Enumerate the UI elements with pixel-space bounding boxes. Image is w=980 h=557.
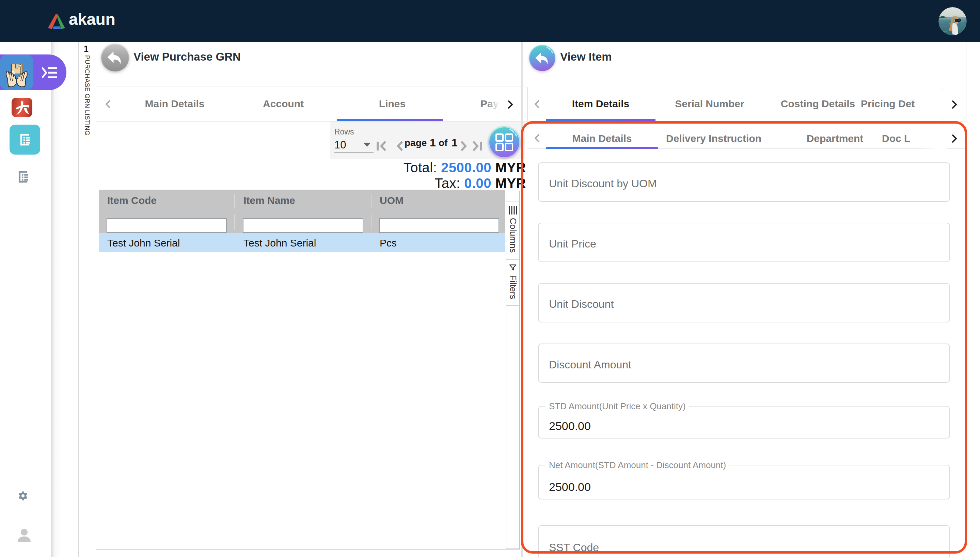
tab-item-details[interactable]: Item Details (572, 98, 629, 110)
tax-amount: Tax: 0.00 MYR (435, 176, 526, 191)
right-tabs-next-icon[interactable] (949, 100, 959, 109)
left-panel-bottom-border (96, 549, 520, 550)
page-total: 1 (451, 137, 457, 149)
tab-account[interactable]: Account (263, 98, 304, 110)
app-bar (0, 0, 980, 42)
of-word: of (439, 138, 448, 148)
left-tab-indicator (337, 119, 443, 121)
annotation-highlight (521, 121, 967, 554)
cell-item-name[interactable]: Test John Serial (243, 237, 316, 249)
module-tab-label[interactable]: PURCHASE GRN LISTING (83, 55, 91, 135)
sidebar-profile[interactable] (17, 528, 31, 543)
col-header-item-code[interactable]: Item Code (107, 195, 156, 206)
sidebar-item-purchase-module[interactable] (0, 55, 33, 90)
tab-main-details[interactable]: Main Details (145, 98, 204, 110)
sidebar-shadow (51, 42, 61, 557)
sidebar-settings[interactable] (18, 490, 28, 503)
col-divider-2 (371, 194, 371, 208)
module-tab-left-border (78, 42, 79, 557)
user-avatar[interactable] (938, 7, 967, 36)
left-header-divider (96, 86, 527, 86)
indent-icon (42, 67, 57, 78)
tax-label: Tax: (435, 176, 460, 191)
page-current: 1 (430, 137, 436, 149)
filters-label: Filters (508, 275, 518, 299)
tab-costing-details[interactable]: Costing Details (781, 98, 855, 110)
columns-label: Columns (508, 218, 518, 253)
total-value: 2500.00 (441, 160, 492, 175)
filter-input-item-code[interactable] (107, 218, 227, 233)
sidebar (0, 42, 51, 557)
table-header (99, 190, 505, 211)
cell-item-code[interactable]: Test John Serial (107, 237, 180, 249)
right-tabs-prev-icon[interactable] (532, 99, 542, 109)
rows-select-caret-icon[interactable] (363, 143, 371, 147)
rows-label: Rows (334, 127, 354, 137)
hands-holding-box-icon (3, 58, 31, 87)
gear-icon (18, 490, 28, 501)
strip-spacer (506, 191, 519, 202)
form-list-icon (20, 134, 29, 146)
page-word: page (405, 138, 427, 148)
filter-input-item-name[interactable] (243, 218, 363, 233)
col-header-item-name[interactable]: Item Name (243, 195, 295, 206)
left-tabbar-right-border (527, 87, 528, 121)
filter-input-uom[interactable] (379, 218, 499, 233)
left-tabs-fade (486, 91, 505, 117)
akaun-logo[interactable]: akaun (47, 10, 115, 32)
grid-button-shine (488, 126, 520, 158)
prev-page-icon[interactable] (396, 141, 404, 151)
left-tabs-next-icon[interactable] (505, 100, 515, 109)
person-icon (17, 528, 31, 542)
cell-uom[interactable]: Pcs (380, 237, 397, 249)
tab-serial-number[interactable]: Serial Number (675, 98, 744, 110)
total-label: Total: (404, 160, 437, 175)
filters-tool[interactable]: Filters (506, 260, 519, 306)
back-button-left[interactable] (101, 44, 129, 72)
total-amount: Total: 2500.00 MYR (404, 160, 526, 175)
col-header-uom[interactable]: UOM (380, 195, 404, 206)
module-tab-right-border (96, 42, 96, 557)
back-arrow-icon (107, 50, 124, 65)
sidebar-item-listing[interactable] (18, 171, 28, 184)
form-list-icon-gray (18, 171, 28, 183)
col-divider-1 (234, 194, 235, 208)
sidebar-item-listing-active[interactable] (10, 125, 40, 155)
module-tab-index: 1 (84, 44, 94, 54)
button-shine (529, 45, 555, 71)
tax-value: 0.00 (464, 176, 492, 191)
left-panel-title: View Purchase GRN (133, 50, 241, 64)
right-tabs-fade (920, 91, 947, 117)
col-divider-3 (234, 215, 235, 230)
right-panel-title: View Item (560, 50, 612, 64)
columns-tool[interactable]: Columns (506, 202, 519, 260)
left-tabs-prev-icon[interactable] (104, 99, 113, 109)
first-page-icon[interactable] (376, 141, 387, 151)
col-divider-4 (371, 215, 371, 230)
next-page-icon[interactable] (460, 141, 468, 151)
akaun-logo-icon (47, 13, 65, 29)
last-page-icon[interactable] (472, 141, 483, 151)
tab-lines[interactable]: Lines (379, 98, 405, 110)
akaun-logo-text: akaun (69, 11, 115, 31)
sidebar-item-bigledger[interactable] (11, 98, 33, 117)
rows-select-underline (334, 152, 374, 153)
rows-select[interactable]: 10 (334, 139, 346, 151)
back-button-right[interactable] (529, 45, 555, 71)
table-side-strip: Columns Filters (506, 191, 520, 549)
grid-view-button[interactable] (488, 126, 520, 158)
columns-icon (508, 206, 517, 215)
filter-icon (508, 264, 517, 272)
bigledger-icon (14, 99, 31, 116)
